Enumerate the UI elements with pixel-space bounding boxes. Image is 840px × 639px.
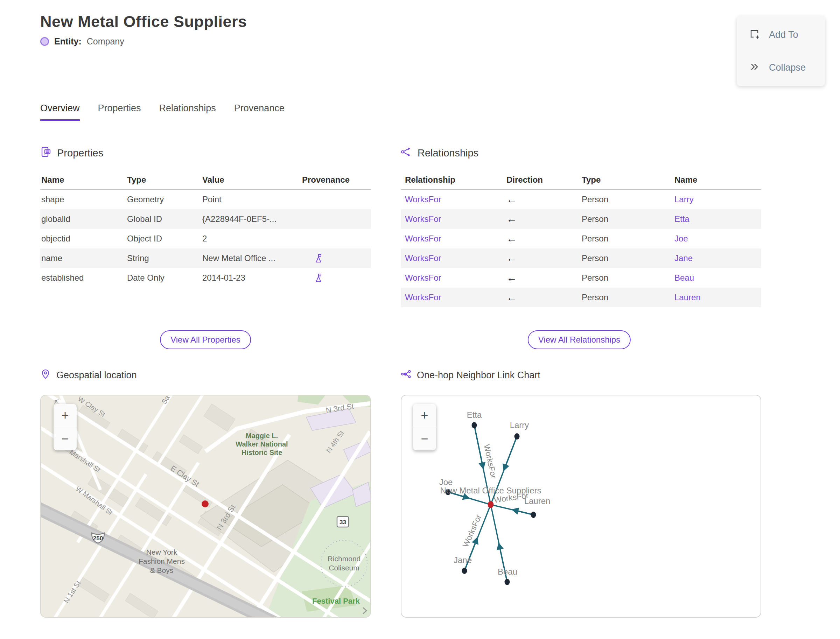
node-etta[interactable] [472,422,477,428]
zoom-in-button[interactable]: + [54,404,76,427]
view-all-relationships-button[interactable]: View All Relationships [528,331,631,349]
entity-link[interactable]: Joe [670,234,761,243]
svg-text:Historic Site: Historic Site [242,448,282,456]
map-pin-icon [40,369,51,382]
relationship-link[interactable]: WorksFor [401,234,502,243]
route-shield-33: 33 [337,517,348,527]
geospatial-section-heading: Geospatial location [40,369,137,382]
node-lauren[interactable] [531,512,536,518]
node-jane[interactable] [462,567,467,574]
svg-text:Fashion Mens: Fashion Mens [138,557,185,565]
col-name: Name [40,175,126,185]
entity-link[interactable]: Larry [670,195,761,204]
svg-text:Walker National: Walker National [235,440,288,448]
direction-arrow: ← [502,291,578,304]
zoom-out-button[interactable]: − [54,427,76,450]
route-shield-250: 250 [92,533,104,543]
properties-table: Name Type Value Provenance shape Geometr… [40,171,371,288]
collapse-button[interactable]: Collapse [737,62,825,73]
linkchart-section-heading: One-hop Neighbor Link Chart [401,369,540,382]
entity-link[interactable]: Jane [670,253,761,263]
properties-icon [40,146,51,160]
entity-type-icon [40,37,49,46]
entity-label: Entity: [54,37,81,46]
svg-text:250: 250 [93,535,103,542]
map-canvas: 250 33 W Clay St Marshall St W Marshall … [41,396,371,618]
relationships-table: Relationship Direction Type Name WorksFo… [401,171,761,307]
col-name: Name [670,175,761,185]
table-row: globalid Global ID {A228944F-0EF5-... [40,209,371,229]
relationship-link[interactable]: WorksFor [401,214,502,224]
relationships-section-heading: Relationships [401,146,479,160]
svg-text:New York: New York [146,548,177,556]
view-all-properties-button[interactable]: View All Properties [160,331,251,349]
table-row: established Date Only 2014-01-23 [40,268,371,288]
table-row: WorksFor ← Person Lauren [401,288,761,307]
tab-properties[interactable]: Properties [98,103,141,121]
relationships-heading-label: Relationships [418,147,479,159]
zoom-in-button[interactable]: + [413,404,436,427]
geospatial-heading-label: Geospatial location [56,370,137,381]
col-type: Type [578,175,670,185]
map[interactable]: 250 33 W Clay St Marshall St W Marshall … [40,395,371,618]
tab-provenance[interactable]: Provenance [234,103,285,121]
table-row: WorksFor ← Person Etta [401,209,761,229]
table-row: shape Geometry Point [40,190,371,209]
entity-link[interactable]: Lauren [670,292,761,302]
col-type: Type [126,175,201,185]
add-to-button[interactable]: Add To [737,29,825,41]
node-label: Beau [498,567,517,576]
node-label: Larry [510,420,529,430]
provenance-flag-icon[interactable] [301,253,371,264]
svg-text:Maggie L.: Maggie L. [246,432,278,440]
relationships-table-header: Relationship Direction Type Name [401,171,761,190]
relationship-link[interactable]: WorksFor [401,253,502,263]
svg-text:Coliseum: Coliseum [329,564,360,572]
zoom-out-button[interactable]: − [413,427,436,450]
node-label: Etta [467,410,482,420]
direction-arrow: ← [502,232,578,245]
collapse-icon [749,62,760,73]
entity-row: Entity: Company [40,37,124,46]
svg-text:Richmond: Richmond [328,555,361,563]
collapse-label: Collapse [769,62,806,73]
map-zoom-control: + − [54,404,76,450]
provenance-flag-icon[interactable] [301,273,371,283]
node-label: Jane [453,555,472,565]
table-row: WorksFor ← Person Jane [401,248,761,268]
relationship-link[interactable]: WorksFor [401,292,502,302]
add-to-label: Add To [769,29,799,40]
table-row: WorksFor ← Person Larry [401,190,761,209]
node-label: Lauren [524,496,550,505]
properties-heading-label: Properties [57,147,103,159]
col-relationship: Relationship [401,175,502,185]
col-value: Value [201,175,301,185]
entity-type-value: Company [87,37,124,46]
link-chart[interactable]: WorksFor WorksFor WorksFor Etta Larry Jo… [401,395,761,618]
node-beau[interactable] [505,579,510,585]
svg-text:33: 33 [339,519,346,526]
tab-relationships[interactable]: Relationships [159,103,216,121]
table-row: name String New Metal Office ... [40,248,371,268]
col-provenance: Provenance [301,175,371,185]
tab-overview[interactable]: Overview [40,103,80,121]
table-row: objectid Object ID 2 [40,229,371,248]
direction-arrow: ← [502,272,578,284]
tab-bar: Overview Properties Relationships Proven… [40,103,285,121]
relationship-link[interactable]: WorksFor [401,273,502,283]
node-larry[interactable] [514,433,520,440]
entity-link[interactable]: Etta [670,214,761,224]
properties-table-header: Name Type Value Provenance [40,171,371,190]
chart-zoom-control: + − [413,404,436,450]
direction-arrow: ← [502,213,578,226]
poi-label-festival-park: Festival Park [312,597,360,606]
add-to-icon [749,29,760,41]
relationship-link[interactable]: WorksFor [401,195,502,204]
link-chart-canvas: WorksFor WorksFor WorksFor Etta Larry Jo… [401,396,761,618]
map-marker[interactable] [202,501,208,507]
page-title: New Metal Office Suppliers [40,13,247,31]
direction-arrow: ← [502,193,578,206]
properties-section-heading: Properties [40,146,103,160]
node-center[interactable] [488,501,494,508]
entity-link[interactable]: Beau [670,273,761,283]
